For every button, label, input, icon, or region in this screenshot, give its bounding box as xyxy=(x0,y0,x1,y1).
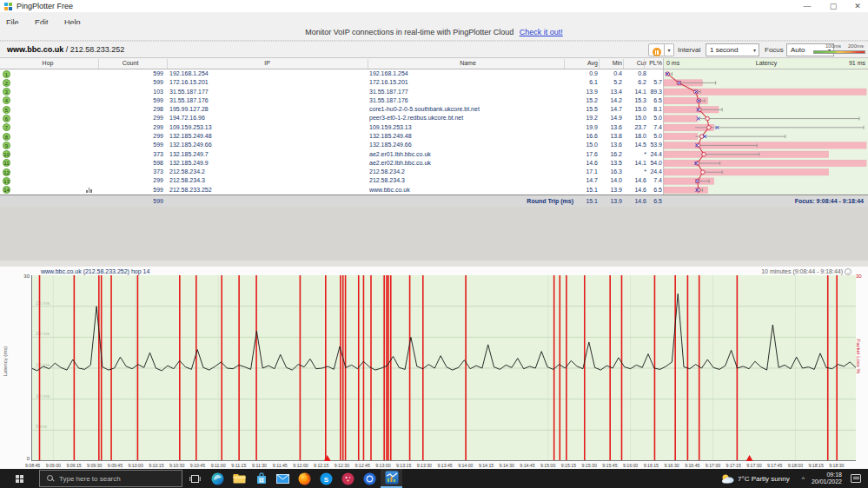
table-row[interactable]: 11598132.185.249.9ae2.er02.lbh.bbc.co.uk… xyxy=(0,159,663,168)
table-row[interactable]: 2599172.16.15.201172.16.15.2016.15.26.25… xyxy=(0,78,663,87)
pane-splitter[interactable]: ● ● ● xyxy=(0,260,868,267)
hop-avg: 13.9 xyxy=(565,88,598,96)
pause-dropdown[interactable]: ▾ xyxy=(665,43,674,56)
hop-avg: 15.5 xyxy=(565,105,598,114)
pingplotter-taskbar-button[interactable] xyxy=(381,469,402,488)
y-axis-title: Latency (ms) xyxy=(3,335,8,387)
svg-text:S: S xyxy=(324,475,329,483)
latency-axis-max: 91 ms xyxy=(849,60,865,66)
notification-center-icon[interactable] xyxy=(851,474,861,483)
packet-loss-bar xyxy=(664,142,866,148)
hop-count: 599 xyxy=(100,141,163,149)
weather-widget[interactable]: 7°C Partly sunny xyxy=(720,473,790,484)
hop-count: 373 xyxy=(100,150,163,159)
taskbar-search[interactable]: Type here to search xyxy=(39,470,182,487)
task-view-button[interactable] xyxy=(184,469,206,488)
x-axis-tick-label: 9:15:15 xyxy=(561,463,576,468)
timeline-plot[interactable]: 25 ms20 ms15 ms10 ms5 ms xyxy=(31,275,856,461)
minimize-button[interactable]: — xyxy=(795,0,819,13)
hop-number-badge: 11 xyxy=(3,159,10,167)
mail-button[interactable] xyxy=(272,469,294,488)
hop-count: 599 xyxy=(100,78,163,87)
table-row[interactable]: 1599192.168.1.254192.168.1.2540.90.40.8 xyxy=(0,69,663,78)
latency-axis-title: Latency xyxy=(664,60,868,66)
start-button[interactable] xyxy=(0,469,39,488)
col-ip[interactable]: IP xyxy=(169,60,365,66)
legend-100ms: 100ms xyxy=(825,43,841,49)
focus-value: Auto xyxy=(791,46,805,54)
hop-min: 0.4 xyxy=(598,69,622,78)
hop-number-badge: 6 xyxy=(3,115,10,122)
x-axis-tick-label: 9:09:45 xyxy=(108,463,123,468)
app-red-icon xyxy=(341,472,354,485)
y-axis-min-label: 0 xyxy=(19,456,30,461)
col-name[interactable]: Name xyxy=(369,60,567,66)
hop-name: 212.58.234.3 xyxy=(369,176,405,185)
x-axis-tick-label: 9:10:00 xyxy=(129,463,143,468)
x-axis-tick-label: 9:18:15 xyxy=(808,463,823,468)
hop-count: 299 xyxy=(100,132,163,141)
x-axis-tick-label: 9:13:30 xyxy=(417,463,432,468)
tray-time: 09:18 xyxy=(812,472,842,478)
interval-select[interactable]: 1 second▾ xyxy=(706,43,759,56)
close-button[interactable]: ✕ xyxy=(845,0,868,13)
y-axis-max-label: 30 xyxy=(19,274,30,279)
hop-count: 599 xyxy=(100,186,163,195)
hop-packet-loss: 8.1 xyxy=(643,105,662,114)
app-blue-button[interactable] xyxy=(359,469,381,488)
col-hop[interactable]: Hop xyxy=(17,60,78,66)
x-axis-tick-label: 9:17:15 xyxy=(726,463,741,468)
table-row[interactable]: 9599132.185.249.66132.185.249.6615.013.6… xyxy=(0,141,663,149)
table-row[interactable]: 12373212.58.234.2212.58.234.217.116.3*24… xyxy=(0,168,663,176)
col-count[interactable]: Count xyxy=(100,60,161,66)
timeline-range-selector[interactable]: 10 minutes (9:08:44 - 9:18:44)⌄ xyxy=(608,268,851,275)
target-bar: www.bbc.co.uk / 212.58.233.252 ▾ Interva… xyxy=(0,41,868,58)
table-row[interactable]: 5298195.99.127.28core1-hu0-2-0-5.southba… xyxy=(0,105,663,114)
x-axis-tick-label: 9:12:15 xyxy=(314,463,328,468)
hop-number-badge: 8 xyxy=(3,133,10,141)
edge-button[interactable] xyxy=(207,469,229,488)
skype-button[interactable]: S xyxy=(315,469,337,488)
tray-chevron-icon[interactable]: ^ xyxy=(802,476,805,482)
firefox-button[interactable] xyxy=(294,469,315,488)
hop-avg: 17.6 xyxy=(565,150,598,159)
latency-column-header: 0 ms Latency 91 ms xyxy=(663,58,868,69)
table-row[interactable]: 7299109.159.253.13109.159.253.1319.913.6… xyxy=(0,123,663,132)
hop-name: www.bbc.co.uk xyxy=(369,186,410,195)
pause-button[interactable] xyxy=(648,43,665,56)
col-min[interactable]: Min xyxy=(598,60,622,66)
avg-latency-point xyxy=(701,170,706,175)
hop-count: 598 xyxy=(100,159,163,168)
table-row[interactable]: 13299212.58.234.3212.58.234.314.714.014.… xyxy=(0,176,663,185)
hop-number-badge: 1 xyxy=(3,70,10,78)
summary-focus-range: Focus: 9:08:44 - 9:18:44 xyxy=(686,198,864,204)
empty-pane xyxy=(0,207,868,260)
col-pl[interactable]: PL% xyxy=(643,60,662,66)
table-row[interactable]: 14599212.58.233.252www.bbc.co.uk15.113.9… xyxy=(0,186,663,195)
promo-link[interactable]: Check it out! xyxy=(520,28,563,36)
table-row[interactable]: 8299132.185.249.48132.185.249.4816.613.8… xyxy=(0,132,663,141)
summary-min: 13.9 xyxy=(598,198,622,204)
file-explorer-button[interactable] xyxy=(229,469,250,488)
tray-clock[interactable]: 09:18 20/01/2022 xyxy=(812,472,842,485)
focus-label: Focus xyxy=(765,46,784,54)
system-tray: 7°C Partly sunny ^ 09:18 20/01/2022 xyxy=(720,469,868,488)
table-row[interactable]: 10373132.185.249.7ae2.er01.lbh.bbc.co.uk… xyxy=(0,150,663,159)
hop-ip: 195.99.127.28 xyxy=(169,105,209,114)
tray-date: 20/01/2022 xyxy=(812,478,842,485)
table-row[interactable]: 459931.55.187.17631.55.187.17615.214.215… xyxy=(0,96,663,105)
timeline-title: www.bbc.co.uk (212.58.233.252) hop 14 xyxy=(41,268,149,274)
hop-avg: 15.0 xyxy=(565,141,598,149)
hop-latency-graph[interactable] xyxy=(663,69,868,195)
store-button[interactable] xyxy=(250,469,272,488)
table-row[interactable]: 310331.55.187.17731.55.187.17713.913.414… xyxy=(0,88,663,96)
hop-name: 192.168.1.254 xyxy=(369,69,408,78)
maximize-button[interactable]: ▢ xyxy=(821,0,845,13)
summary-avg: 15.1 xyxy=(565,198,598,204)
x-axis-tick-label: 9:14:00 xyxy=(458,463,473,468)
promo-text: Monitor VoIP connections in real-time wi… xyxy=(305,28,514,36)
round-trip-summary-row: 599 Round Trip (ms) 15.1 13.9 14.6 6.5 F… xyxy=(0,195,868,207)
app-red-button[interactable] xyxy=(337,469,359,488)
col-avg[interactable]: Avg xyxy=(565,60,598,66)
table-row[interactable]: 6299194.72.16.96peer3-et0-1-2.redbus.ukc… xyxy=(0,114,663,122)
